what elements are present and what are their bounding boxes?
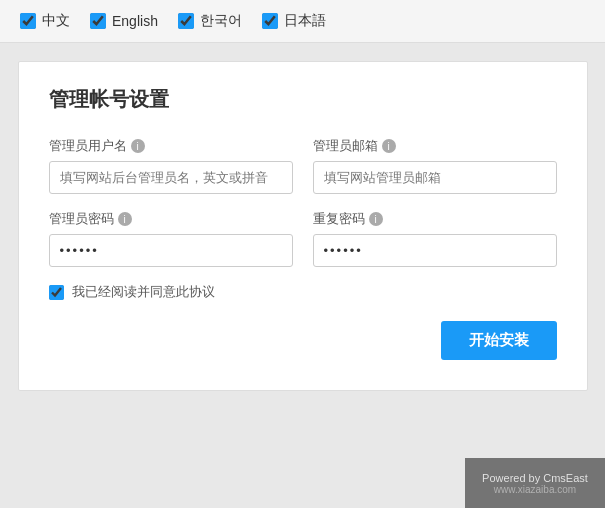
email-label: 管理员邮箱 i	[313, 137, 557, 155]
username-group: 管理员用户名 i	[49, 137, 293, 194]
lang-en-label: English	[112, 13, 158, 29]
install-button[interactable]: 开始安装	[441, 321, 557, 360]
lang-en[interactable]: English	[90, 13, 158, 29]
username-info-icon[interactable]: i	[131, 139, 145, 153]
row-passwords: 管理员密码 i 重复密码 i	[49, 210, 557, 267]
lang-ja-checkbox[interactable]	[262, 13, 278, 29]
email-input[interactable]	[313, 161, 557, 194]
lang-ko-checkbox[interactable]	[178, 13, 194, 29]
email-group: 管理员邮箱 i	[313, 137, 557, 194]
lang-en-checkbox[interactable]	[90, 13, 106, 29]
language-bar: 中文 English 한국어 日本語	[0, 0, 605, 43]
confirm-info-icon[interactable]: i	[369, 212, 383, 226]
agreement-checkbox[interactable]	[49, 285, 64, 300]
password-label: 管理员密码 i	[49, 210, 293, 228]
password-info-icon[interactable]: i	[118, 212, 132, 226]
row-username-email: 管理员用户名 i 管理员邮箱 i	[49, 137, 557, 194]
email-info-icon[interactable]: i	[382, 139, 396, 153]
agreement-row: 我已经阅读并同意此协议	[49, 283, 557, 301]
watermark-line1: Powered by CmsEast	[482, 472, 588, 484]
watermark: Powered by CmsEast www.xiazaiba.com	[465, 458, 605, 508]
watermark-line2: www.xiazaiba.com	[494, 484, 576, 495]
button-row: 开始安装	[49, 321, 557, 360]
card-title: 管理帐号设置	[49, 86, 557, 113]
admin-setup-card: 管理帐号设置 管理员用户名 i 管理员邮箱 i 管理员密码 i	[18, 61, 588, 391]
lang-ko-label: 한국어	[200, 12, 242, 30]
confirm-input[interactable]	[313, 234, 557, 267]
lang-ko[interactable]: 한국어	[178, 12, 242, 30]
lang-ja[interactable]: 日本語	[262, 12, 326, 30]
password-input[interactable]	[49, 234, 293, 267]
confirm-group: 重复密码 i	[313, 210, 557, 267]
lang-ja-label: 日本語	[284, 12, 326, 30]
username-input[interactable]	[49, 161, 293, 194]
agreement-label: 我已经阅读并同意此协议	[72, 283, 215, 301]
password-group: 管理员密码 i	[49, 210, 293, 267]
lang-zh-label: 中文	[42, 12, 70, 30]
confirm-label: 重复密码 i	[313, 210, 557, 228]
lang-zh-checkbox[interactable]	[20, 13, 36, 29]
lang-zh[interactable]: 中文	[20, 12, 70, 30]
username-label: 管理员用户名 i	[49, 137, 293, 155]
